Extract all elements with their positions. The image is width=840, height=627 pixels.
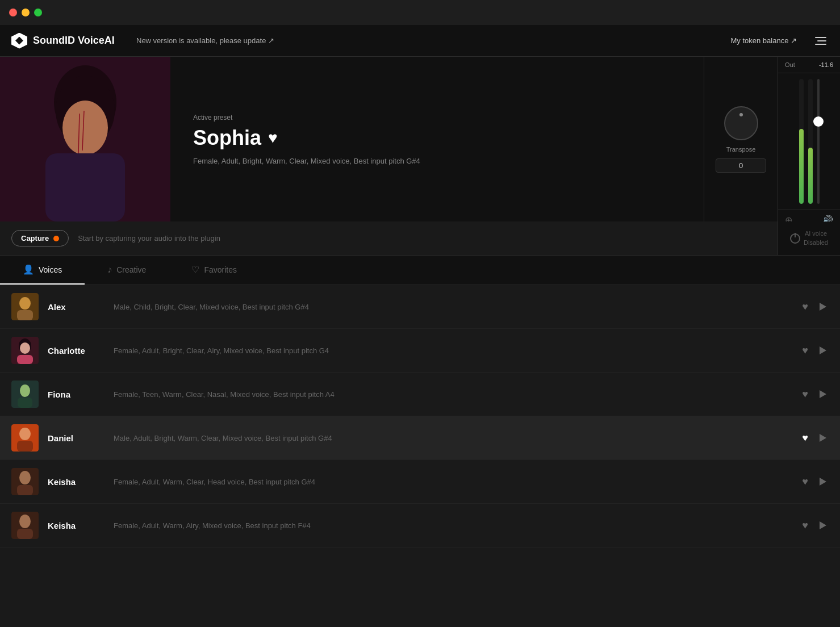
voice-row-name: Keisha: [48, 521, 105, 530]
voice-row-name: Keisha: [48, 477, 105, 487]
favorite-button[interactable]: ♥: [800, 517, 810, 534]
favorite-button[interactable]: ♥: [800, 474, 810, 490]
svg-rect-10: [17, 310, 33, 320]
voice-row-actions: ♥: [800, 517, 829, 534]
voice-row[interactable]: Fiona Female, Teen, Warm, Clear, Nasal, …: [0, 373, 840, 416]
voice-photo: [0, 57, 170, 221]
voice-row-tags: Female, Adult, Warm, Clear, Head voice, …: [114, 478, 791, 486]
logo-icon: [11, 33, 27, 49]
favorite-button[interactable]: ♥: [800, 430, 810, 446]
favorite-button[interactable]: ♥: [800, 299, 810, 315]
svg-point-19: [19, 428, 31, 440]
voice-tags: Female, Adult, Bright, Warm, Clear, Mixe…: [193, 157, 681, 165]
fader-thumb[interactable]: [813, 116, 824, 127]
meter-bar-left: [799, 79, 804, 204]
voice-info: Active preset Sophia ♥ Female, Adult, Br…: [170, 57, 704, 221]
fader-track[interactable]: [817, 79, 820, 204]
minimize-button[interactable]: [22, 9, 30, 16]
volume-section: Out -11.6 ⊕ 🔊: [778, 57, 840, 221]
favorites-icon: ♡: [191, 264, 199, 275]
voice-avatar: [11, 381, 39, 408]
tab-favorites[interactable]: ♡ Favorites: [169, 256, 260, 285]
svg-point-4: [62, 101, 108, 155]
play-button[interactable]: [817, 432, 829, 444]
creative-icon: ♪: [107, 265, 112, 275]
voice-row-name: Fiona: [48, 390, 105, 399]
ai-voice-label: AI voice Disabled: [804, 229, 828, 247]
play-button[interactable]: [817, 388, 829, 400]
ai-voice-panel: AI voice Disabled: [778, 221, 840, 255]
output-label: Out: [785, 61, 795, 68]
voices-icon: 👤: [23, 264, 34, 275]
main-content: Active preset Sophia ♥ Female, Adult, Br…: [0, 57, 840, 627]
titlebar: [0, 0, 840, 25]
logo: SoundID VoiceAI: [11, 33, 136, 49]
transpose-value[interactable]: 0: [716, 158, 766, 173]
voice-row-tags: Female, Adult, Warm, Airy, Mixed voice, …: [114, 521, 791, 530]
favorite-button[interactable]: ♥: [800, 386, 810, 403]
update-notice[interactable]: New version is available, please update …: [136, 36, 683, 45]
voice-image: [0, 57, 170, 221]
tab-voices[interactable]: 👤 Voices: [0, 256, 85, 285]
voice-row-actions: ♥: [800, 342, 829, 359]
meter-bar-right: [808, 79, 813, 204]
tabs: 👤 Voices ♪ Creative ♡ Favorites: [0, 256, 840, 285]
voice-row-actions: ♥: [800, 299, 829, 315]
svg-point-13: [20, 342, 30, 354]
bottom-bar: Capture Start by capturing your audio in…: [0, 221, 840, 256]
voice-row[interactable]: Keisha Female, Adult, Warm, Clear, Head …: [0, 460, 840, 504]
svg-point-9: [19, 297, 31, 310]
svg-rect-23: [17, 485, 33, 495]
traffic-lights: [9, 9, 42, 16]
content-area: Active preset Sophia ♥ Female, Adult, Br…: [0, 57, 840, 627]
header: SoundID VoiceAI New version is available…: [0, 25, 840, 57]
tab-creative[interactable]: ♪ Creative: [85, 256, 169, 285]
close-button[interactable]: [9, 9, 17, 16]
transpose-section: Transpose 0: [704, 57, 778, 221]
voice-list: Alex Male, Child, Bright, Clear, Mixed v…: [0, 285, 840, 627]
transpose-label: Transpose: [726, 146, 756, 153]
voice-row-actions: ♥: [800, 474, 829, 490]
favorite-button[interactable]: ♥: [800, 342, 810, 359]
transpose-knob[interactable]: [724, 106, 758, 140]
svg-rect-17: [18, 398, 32, 408]
maximize-button[interactable]: [34, 9, 42, 16]
voice-row-tags: Female, Adult, Bright, Clear, Airy, Mixe…: [114, 346, 791, 355]
capture-button[interactable]: Capture: [11, 230, 69, 246]
voice-row-tags: Female, Teen, Warm, Clear, Nasal, Mixed …: [114, 390, 791, 399]
output-value: -11.6: [819, 61, 833, 68]
voice-row-tags: Male, Child, Bright, Clear, Mixed voice,…: [114, 303, 791, 311]
play-button[interactable]: [817, 519, 829, 532]
voice-row-name: Charlotte: [48, 346, 105, 356]
svg-point-25: [19, 515, 31, 528]
fader-area[interactable]: [778, 73, 840, 210]
svg-point-16: [20, 384, 30, 397]
app-title: SoundID VoiceAI: [33, 35, 115, 47]
voice-avatar: [11, 424, 39, 452]
voice-name-display: Sophia ♥: [193, 126, 681, 150]
favorite-heart-icon[interactable]: ♥: [268, 129, 278, 147]
voice-avatar: [11, 512, 39, 539]
voice-avatar: [11, 293, 39, 320]
capture-dot: [53, 236, 59, 241]
voice-row[interactable]: Charlotte Female, Adult, Bright, Clear, …: [0, 329, 840, 373]
svg-point-22: [19, 471, 31, 484]
voice-row[interactable]: Alex Male, Child, Bright, Clear, Mixed v…: [0, 285, 840, 329]
capture-description: Start by capturing your audio into the p…: [78, 234, 766, 243]
voice-avatar: [11, 468, 39, 495]
play-button[interactable]: [817, 300, 829, 313]
voice-row-name: Daniel: [48, 433, 105, 443]
token-balance[interactable]: My token balance ↗: [683, 36, 797, 45]
power-icon[interactable]: [790, 233, 800, 244]
voice-row[interactable]: Keisha Female, Adult, Warm, Airy, Mixed …: [0, 504, 840, 547]
menu-button[interactable]: [808, 31, 829, 51]
voice-row-tags: Male, Adult, Bright, Warm, Clear, Mixed …: [114, 434, 791, 442]
play-button[interactable]: [817, 475, 829, 488]
svg-rect-14: [17, 355, 33, 364]
voice-row[interactable]: Daniel Male, Adult, Bright, Warm, Clear,…: [0, 416, 840, 460]
svg-rect-20: [17, 441, 33, 452]
play-button[interactable]: [817, 344, 829, 357]
upper-section: Active preset Sophia ♥ Female, Adult, Br…: [0, 57, 840, 221]
output-header: Out -11.6: [778, 57, 840, 73]
voice-row-actions: ♥: [800, 386, 829, 403]
